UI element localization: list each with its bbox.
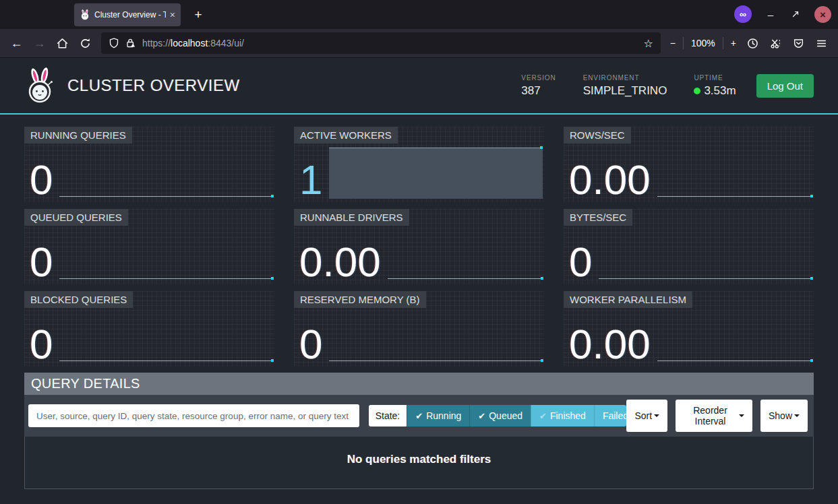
spark-endpoint-dot bbox=[541, 359, 543, 362]
pocket-icon[interactable] bbox=[788, 33, 809, 54]
sparkline bbox=[657, 196, 812, 197]
sparkline bbox=[59, 278, 273, 279]
trino-favicon-icon bbox=[80, 9, 90, 20]
stat-version: VERSION 387 bbox=[521, 74, 556, 98]
connection-security-lock-icon[interactable] bbox=[125, 38, 136, 49]
tile-runnable-drivers: RUNNABLE DRIVERS 0.00 bbox=[294, 209, 544, 284]
new-tab-button[interactable]: + bbox=[189, 6, 207, 24]
caret-down-icon bbox=[794, 414, 800, 417]
spark-endpoint-dot bbox=[271, 359, 274, 362]
spark-endpoint-dot bbox=[271, 277, 274, 280]
state-button-label: Queued bbox=[489, 410, 522, 421]
stat-value: SIMPLE_TRINO bbox=[583, 84, 667, 98]
zoom-in-button[interactable]: + bbox=[731, 38, 736, 49]
metrics-grid: RUNNING QUERIES 0 ACTIVE WORKERS 1 ROWS/… bbox=[24, 127, 814, 367]
browser-tab[interactable]: Cluster Overview - Trino × bbox=[74, 3, 181, 26]
query-filter-toolbar: State: ✔ Running ✔ Queued ✔ Finished Fai… bbox=[24, 395, 814, 437]
forward-button[interactable]: → bbox=[29, 33, 50, 54]
logout-button[interactable]: Log Out bbox=[756, 74, 814, 98]
spark-endpoint-dot bbox=[271, 195, 274, 197]
dropdown-label: Sort bbox=[634, 410, 652, 421]
check-icon: ✔ bbox=[415, 411, 423, 421]
show-dropdown[interactable]: Show bbox=[760, 400, 808, 432]
stat-uptime: UPTIME 3.53m bbox=[694, 74, 736, 98]
tile-label: WORKER PARALLELISM bbox=[564, 291, 692, 308]
panel-title: QUERY DETAILS bbox=[24, 373, 814, 395]
divider bbox=[723, 37, 723, 49]
window-minimize-button[interactable]: – bbox=[765, 8, 777, 20]
url-scheme: https:// bbox=[142, 38, 171, 49]
tile-label: ROWS/SEC bbox=[564, 127, 631, 144]
tile-label: RUNNABLE DRIVERS bbox=[294, 209, 409, 226]
tile-value: 0.00 bbox=[569, 160, 657, 199]
home-button[interactable] bbox=[52, 33, 73, 54]
state-filter-label: State: bbox=[369, 405, 407, 427]
back-button[interactable]: ← bbox=[6, 33, 27, 54]
tile-label: RESERVED MEMORY (B) bbox=[294, 291, 426, 308]
stat-value: 387 bbox=[521, 84, 556, 98]
state-button-label: Finished bbox=[550, 410, 586, 421]
tile-value: 0 bbox=[30, 325, 59, 363]
page-title: CLUSTER OVERVIEW bbox=[67, 76, 240, 95]
tile-label: BYTES/SEC bbox=[564, 209, 632, 226]
query-search-input[interactable] bbox=[28, 404, 359, 427]
reorder-interval-dropdown[interactable]: Reorder Interval bbox=[676, 400, 752, 432]
sparkline bbox=[59, 360, 273, 361]
screenshot-scissors-icon[interactable] bbox=[765, 33, 786, 54]
tile-bytes-sec: BYTES/SEC 0 bbox=[564, 209, 814, 284]
private-browsing-icon: ∞ bbox=[734, 5, 752, 23]
dropdown-label: Show bbox=[769, 410, 792, 421]
sparkline bbox=[329, 148, 543, 199]
state-filter-finished[interactable]: ✔ Finished bbox=[531, 405, 594, 427]
url-host: localhost bbox=[171, 38, 208, 49]
tile-value: 0 bbox=[30, 243, 59, 281]
state-filter-running[interactable]: ✔ Running bbox=[407, 405, 469, 427]
stat-label: UPTIME bbox=[694, 74, 736, 82]
sparkline bbox=[599, 278, 812, 279]
cluster-stats: VERSION 387 ENVIRONMENT SIMPLE_TRINO UPT… bbox=[521, 74, 736, 98]
url-path: :8443/ui/ bbox=[208, 38, 244, 49]
tile-value: 0 bbox=[569, 243, 599, 281]
tile-value: 0 bbox=[299, 325, 329, 363]
tracking-protection-shield-icon[interactable] bbox=[109, 38, 119, 49]
state-filter-failed-dropdown[interactable]: Failed bbox=[594, 405, 627, 427]
spark-endpoint-dot bbox=[810, 359, 813, 362]
tile-label: RUNNING QUERIES bbox=[24, 127, 132, 144]
spark-endpoint-dot bbox=[810, 195, 813, 197]
state-button-label: Running bbox=[426, 410, 461, 421]
query-list-empty-state: No queries matched filters bbox=[24, 437, 814, 489]
uptime-value: 3.53m bbox=[704, 84, 736, 98]
app-header: CLUSTER OVERVIEW VERSION 387 ENVIRONMENT… bbox=[0, 58, 838, 115]
trino-logo bbox=[24, 67, 57, 104]
uptime-status-dot bbox=[694, 88, 700, 94]
zoom-level[interactable]: 100% bbox=[691, 38, 715, 49]
history-clock-icon[interactable] bbox=[742, 33, 763, 54]
reload-button[interactable] bbox=[75, 33, 96, 54]
tile-label: QUEUED QUERIES bbox=[24, 209, 128, 226]
sort-dropdown[interactable]: Sort bbox=[626, 400, 667, 432]
window-restore-button[interactable] bbox=[789, 8, 802, 20]
tile-value: 0.00 bbox=[299, 243, 388, 281]
tab-close-icon[interactable]: × bbox=[170, 10, 175, 20]
query-details-panel: QUERY DETAILS State: ✔ Running ✔ Queued … bbox=[24, 373, 814, 489]
check-icon: ✔ bbox=[539, 411, 547, 421]
zoom-out-button[interactable]: − bbox=[670, 38, 676, 49]
empty-message: No queries matched filters bbox=[347, 453, 491, 466]
tile-reserved-memory: RESERVED MEMORY (B) 0 bbox=[294, 291, 544, 367]
toolbar-dropdowns: Sort Reorder Interval Show bbox=[626, 400, 808, 432]
menu-hamburger-icon[interactable] bbox=[811, 33, 832, 54]
tile-label: ACTIVE WORKERS bbox=[294, 127, 398, 144]
state-filter-group: State: ✔ Running ✔ Queued ✔ Finished Fai… bbox=[369, 405, 627, 427]
url-bar[interactable]: https://localhost:8443/ui/ ☆ bbox=[101, 32, 661, 54]
state-button-label: Failed bbox=[603, 410, 627, 421]
url-text[interactable]: https://localhost:8443/ui/ bbox=[142, 38, 637, 49]
bookmark-star-icon[interactable]: ☆ bbox=[643, 37, 653, 50]
tile-blocked-queries: BLOCKED QUERIES 0 bbox=[24, 291, 274, 367]
divider bbox=[683, 37, 684, 49]
window-close-button[interactable]: × bbox=[814, 6, 831, 23]
stat-environment: ENVIRONMENT SIMPLE_TRINO bbox=[583, 74, 667, 98]
sparkline bbox=[329, 360, 543, 361]
state-filter-queued[interactable]: ✔ Queued bbox=[469, 405, 531, 427]
dropdown-label: Reorder Interval bbox=[684, 405, 737, 427]
tile-rows-sec: ROWS/SEC 0.00 bbox=[564, 127, 814, 202]
